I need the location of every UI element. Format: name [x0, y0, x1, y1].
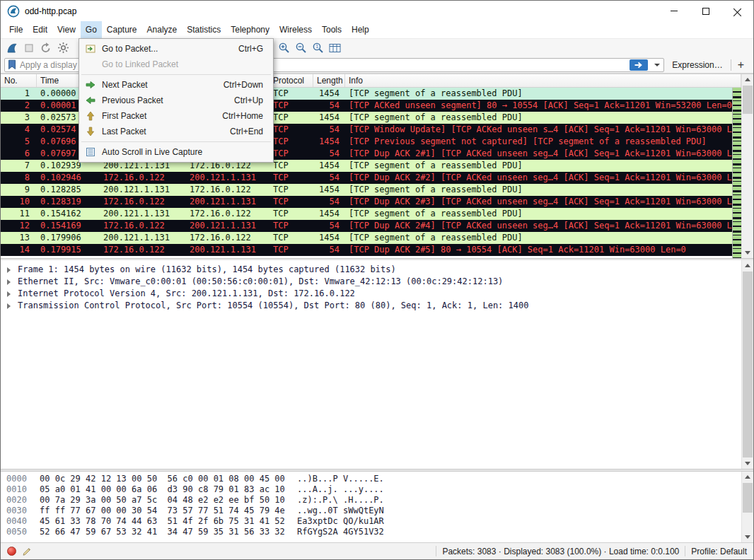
menubar-item-telephony[interactable]: Telephony: [226, 21, 274, 38]
capture-comment-icon[interactable]: [22, 547, 32, 556]
profile-label[interactable]: Profile: Default: [691, 547, 747, 556]
menubar-item-view[interactable]: View: [52, 21, 81, 38]
menubar-item-tools[interactable]: Tools: [317, 21, 347, 38]
hex-row: 001005 a0 01 41 00 00 6a 06 d3 90 c8 79 …: [1, 484, 753, 495]
hex-row: 005052 66 47 59 67 53 32 41 34 47 59 35 …: [1, 527, 753, 537]
cell-info: [TCP Window Update] [TCP ACKed unseen s……: [345, 124, 732, 136]
stop-capture-button[interactable]: [21, 40, 37, 56]
cell-protocol: TCP: [269, 112, 313, 124]
column-header-protocol[interactable]: Protocol: [269, 74, 313, 87]
menubar: FileEditViewGoCaptureAnalyzeStatisticsTe…: [1, 21, 753, 38]
expand-chevron-icon[interactable]: [7, 279, 11, 285]
detail-line[interactable]: Ethernet II, Src: Vmware_c0:00:01 (00:50…: [1, 276, 753, 288]
window-controls: [658, 1, 753, 21]
column-header-info[interactable]: Info: [345, 74, 741, 87]
bookmark-icon[interactable]: [8, 59, 16, 70]
zoom-in-button[interactable]: [275, 40, 292, 56]
packet-row[interactable]: 120.154169172.16.0.122200.121.1.131TCP54…: [1, 220, 732, 232]
packet-list-minimap[interactable]: [732, 88, 741, 258]
menu-item-go-to-packet[interactable]: Go to Packet...Ctrl+G: [79, 41, 273, 57]
detail-line[interactable]: Frame 1: 1454 bytes on wire (11632 bits)…: [1, 264, 753, 276]
chevron-down-icon: [654, 64, 660, 66]
toolbar-separator: [731, 59, 731, 71]
restart-capture-button[interactable]: [37, 40, 54, 56]
capture-options-button[interactable]: [54, 40, 71, 56]
hex-scrollbar[interactable]: [741, 472, 753, 542]
cell-source: 200.121.1.131: [100, 184, 186, 196]
cell-length: 54: [313, 148, 345, 160]
hex-offset: 0040: [1, 516, 40, 527]
hex-offset: 0020: [1, 495, 40, 506]
apply-filter-button[interactable]: [630, 59, 648, 71]
packet-row[interactable]: 100.128319172.16.0.122200.121.1.131TCP54…: [1, 196, 732, 208]
menubar-item-analyze[interactable]: Analyze: [142, 21, 182, 38]
menubar-item-edit[interactable]: Edit: [28, 21, 52, 38]
hex-row: 004045 61 33 78 70 74 44 63 51 4f 2f 6b …: [1, 516, 753, 527]
detail-line[interactable]: Transmission Control Protocol, Src Port:…: [1, 300, 753, 312]
menu-item-auto-scroll-in-live-capture[interactable]: Auto Scroll in Live Capture: [79, 144, 273, 160]
packet-row[interactable]: 130.179906200.121.1.131172.16.0.122TCP14…: [1, 232, 732, 244]
expert-info-icon[interactable]: [7, 547, 16, 556]
cell-info: [TCP segment of a reassembled PDU]: [345, 208, 732, 220]
filter-history-dropdown[interactable]: [651, 59, 662, 71]
menubar-item-statistics[interactable]: Statistics: [182, 21, 226, 38]
minimize-icon: [671, 11, 678, 11]
menu-item-last-packet[interactable]: Last PacketCtrl+End: [79, 124, 273, 139]
scroll-up-icon[interactable]: [742, 74, 753, 85]
scroll-down-icon[interactable]: [742, 458, 753, 469]
packet-row[interactable]: 140.179915172.16.0.122200.121.1.131TCP54…: [1, 244, 732, 256]
menubar-item-file[interactable]: File: [4, 21, 28, 38]
packet-row[interactable]: 80.102946172.16.0.122200.121.1.131TCP54[…: [1, 172, 732, 184]
cell-length: 54: [313, 244, 345, 256]
minimize-button[interactable]: [658, 1, 690, 21]
expand-chevron-icon[interactable]: [7, 267, 11, 273]
packet-row[interactable]: 90.128285200.121.1.131172.16.0.122TCP145…: [1, 184, 732, 196]
detail-line[interactable]: Internet Protocol Version 4, Src: 200.12…: [1, 288, 753, 300]
maximize-button[interactable]: [690, 1, 721, 21]
menu-item-next-packet[interactable]: Next PacketCtrl+Down: [79, 77, 273, 93]
cell-destination: 172.16.0.122: [186, 184, 269, 196]
menu-item-previous-packet[interactable]: Previous PacketCtrl+Up: [79, 93, 273, 108]
scroll-down-icon[interactable]: [742, 247, 753, 258]
column-header-length[interactable]: Length: [313, 74, 345, 87]
cell-length: 1454: [313, 160, 345, 172]
scrollbar-thumb[interactable]: [743, 86, 753, 114]
cell-protocol: TCP: [269, 148, 313, 160]
zoom-100-button[interactable]: 1: [309, 40, 326, 56]
zoom-out-button[interactable]: [292, 40, 309, 56]
close-button[interactable]: [721, 1, 753, 21]
menu-separator: [81, 141, 271, 142]
packet-details-pane: Frame 1: 1454 bytes on wire (11632 bits)…: [1, 260, 753, 469]
cell-destination: 200.121.1.131: [186, 244, 269, 256]
cell-source: 200.121.1.131: [100, 232, 186, 244]
menu-item-label: Previous Packet: [102, 95, 234, 105]
menubar-item-capture[interactable]: Capture: [102, 21, 142, 38]
expand-chevron-icon[interactable]: [7, 291, 11, 297]
packet-list-scrollbar[interactable]: [741, 74, 753, 258]
cell-no: 2: [1, 100, 37, 112]
cell-info: [TCP segment of a reassembled PDU]: [345, 184, 732, 196]
menubar-item-wireless[interactable]: Wireless: [274, 21, 317, 38]
packet-row[interactable]: 110.154162200.121.1.131172.16.0.122TCP14…: [1, 208, 732, 220]
cell-protocol: TCP: [269, 196, 313, 208]
menubar-item-go[interactable]: Go: [81, 21, 102, 38]
cell-protocol: TCP: [269, 208, 313, 220]
cell-destination: 200.121.1.131: [186, 196, 269, 208]
cell-no: 5: [1, 136, 37, 148]
add-filter-button[interactable]: +: [735, 59, 750, 71]
column-header-no[interactable]: No.: [1, 74, 37, 87]
window-title: odd-http.pcap: [25, 6, 76, 16]
scroll-down-icon[interactable]: [742, 532, 753, 542]
start-capture-button[interactable]: [4, 40, 21, 56]
resize-columns-button[interactable]: [326, 40, 343, 56]
menubar-item-help[interactable]: Help: [347, 21, 374, 38]
cell-info: [TCP Previous segment not captured] [TCP…: [345, 136, 732, 148]
expand-chevron-icon[interactable]: [7, 303, 11, 309]
cell-length: 1454: [313, 184, 345, 196]
menu-item-first-packet[interactable]: First PacketCtrl+Home: [79, 108, 273, 124]
menu-item-shortcut: Ctrl+End: [230, 127, 263, 136]
expression-button[interactable]: Expression…: [668, 60, 726, 70]
cell-protocol: TCP: [269, 160, 313, 172]
scrollbar-thumb[interactable]: [743, 483, 753, 513]
scroll-up-icon[interactable]: [742, 472, 753, 482]
